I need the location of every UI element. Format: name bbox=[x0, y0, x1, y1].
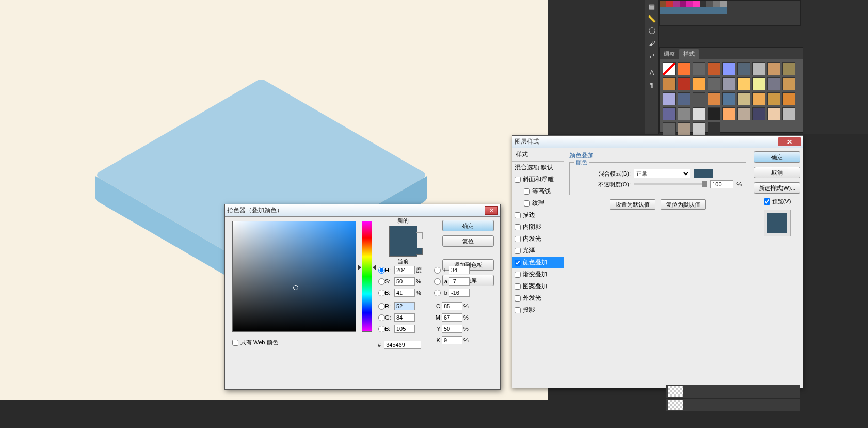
h-radio[interactable] bbox=[378, 267, 385, 274]
s-input[interactable] bbox=[394, 277, 415, 286]
effect-checkbox[interactable] bbox=[515, 248, 521, 254]
new-color-swatch[interactable] bbox=[390, 226, 417, 241]
effect-checkbox[interactable] bbox=[515, 307, 521, 313]
ok-button[interactable]: 确定 bbox=[754, 151, 800, 163]
style-preset[interactable] bbox=[767, 62, 780, 75]
s-radio[interactable] bbox=[378, 278, 385, 285]
tool-adjust-icon[interactable]: ⇄ bbox=[645, 50, 659, 62]
style-preset[interactable] bbox=[663, 107, 676, 120]
r-input[interactable] bbox=[394, 302, 415, 310]
layer-style-titlebar[interactable]: 图层样式 ✕ bbox=[512, 136, 803, 148]
layer-row[interactable] bbox=[666, 385, 800, 398]
swatch[interactable] bbox=[660, 7, 666, 14]
tool-histogram-icon[interactable]: ▤ bbox=[645, 0, 659, 12]
style-preset[interactable] bbox=[708, 62, 720, 75]
overlay-color-button[interactable] bbox=[694, 169, 713, 178]
swatch[interactable] bbox=[720, 7, 727, 14]
opacity-input[interactable] bbox=[710, 180, 733, 188]
swatch[interactable] bbox=[713, 1, 720, 7]
swatch[interactable] bbox=[686, 7, 693, 14]
b-radio[interactable] bbox=[378, 290, 385, 296]
style-preset[interactable] bbox=[737, 77, 750, 90]
swatch[interactable] bbox=[700, 7, 706, 14]
g-radio[interactable] bbox=[378, 314, 385, 321]
close-icon[interactable]: ✕ bbox=[485, 206, 498, 215]
cube-icon[interactable] bbox=[416, 232, 423, 239]
tool-brush-icon[interactable]: 🖌 bbox=[645, 37, 659, 50]
swatch[interactable] bbox=[700, 1, 706, 7]
saturation-value-box[interactable] bbox=[232, 221, 356, 332]
effect-checkbox[interactable] bbox=[515, 236, 521, 242]
style-preset[interactable] bbox=[678, 92, 690, 105]
preview-checkbox[interactable] bbox=[764, 198, 770, 205]
swatch[interactable] bbox=[660, 1, 666, 7]
a-input[interactable] bbox=[449, 277, 470, 286]
swatch[interactable] bbox=[680, 7, 686, 14]
style-preset[interactable] bbox=[678, 77, 690, 90]
out-of-gamut-warn-icon[interactable] bbox=[416, 248, 423, 255]
effect-item[interactable]: 纹理 bbox=[512, 197, 564, 209]
new-style-button[interactable]: 新建样式(W)... bbox=[754, 182, 800, 194]
style-preset[interactable] bbox=[693, 77, 705, 90]
h-input[interactable] bbox=[394, 266, 415, 274]
current-color-swatch[interactable] bbox=[390, 241, 417, 256]
tool-paragraph-icon[interactable]: ¶ bbox=[645, 78, 659, 91]
effect-item[interactable]: 内发光 bbox=[512, 233, 564, 245]
blend-options-item[interactable]: 混合选项:默认 bbox=[512, 162, 564, 173]
blue-radio[interactable] bbox=[378, 326, 385, 332]
effect-item[interactable]: 等高线 bbox=[512, 185, 564, 197]
effect-checkbox[interactable] bbox=[515, 260, 521, 266]
style-preset[interactable] bbox=[708, 92, 720, 105]
swatch[interactable] bbox=[706, 7, 713, 14]
style-preset[interactable] bbox=[737, 92, 750, 105]
hex-input[interactable] bbox=[384, 341, 421, 349]
style-preset[interactable] bbox=[722, 92, 735, 105]
style-preset[interactable] bbox=[708, 77, 720, 90]
a-radio[interactable] bbox=[434, 278, 441, 285]
effect-checkbox[interactable] bbox=[515, 295, 521, 302]
style-preset[interactable] bbox=[737, 62, 750, 75]
swatch[interactable] bbox=[686, 1, 693, 7]
preview-checkbox-row[interactable]: 预览(V) bbox=[764, 198, 791, 205]
brightness-input[interactable] bbox=[394, 289, 415, 297]
effect-checkbox[interactable] bbox=[524, 200, 530, 207]
style-preset[interactable] bbox=[767, 77, 780, 90]
effect-item[interactable]: 外发光 bbox=[512, 292, 564, 304]
tab-adjust[interactable]: 调整 bbox=[660, 49, 679, 59]
set-default-button[interactable]: 设置为默认值 bbox=[610, 199, 655, 210]
web-only-checkbox[interactable] bbox=[232, 340, 238, 346]
swatch[interactable] bbox=[666, 1, 673, 7]
close-icon[interactable]: ✕ bbox=[778, 137, 801, 146]
style-preset[interactable] bbox=[752, 107, 765, 120]
effect-checkbox[interactable] bbox=[515, 283, 521, 290]
ok-button[interactable]: 确定 bbox=[442, 220, 494, 231]
l-radio[interactable] bbox=[434, 267, 441, 274]
effect-item[interactable]: 颜色叠加 bbox=[512, 257, 564, 268]
tool-ruler-icon[interactable]: 📏 bbox=[645, 12, 659, 25]
style-preset[interactable] bbox=[678, 107, 690, 120]
effect-item[interactable]: 图案叠加 bbox=[512, 280, 564, 292]
style-preset[interactable] bbox=[752, 92, 765, 105]
effect-checkbox[interactable] bbox=[524, 188, 530, 195]
color-picker-titlebar[interactable]: 拾色器（叠加颜色） ✕ bbox=[225, 204, 500, 217]
swatch[interactable] bbox=[713, 7, 720, 14]
style-preset[interactable] bbox=[752, 62, 765, 75]
swatch[interactable] bbox=[720, 1, 727, 7]
effect-checkbox[interactable] bbox=[515, 224, 521, 230]
sv-cursor[interactable] bbox=[293, 285, 298, 290]
style-preset[interactable] bbox=[708, 107, 720, 120]
style-preset[interactable] bbox=[767, 107, 780, 120]
effect-item[interactable]: 投影 bbox=[512, 304, 564, 316]
k-input[interactable] bbox=[442, 336, 462, 344]
style-preset[interactable] bbox=[693, 62, 705, 75]
swatch[interactable] bbox=[706, 1, 713, 7]
style-preset[interactable] bbox=[663, 62, 676, 75]
c-input[interactable] bbox=[442, 302, 462, 310]
swatch[interactable] bbox=[693, 1, 700, 7]
lab-b-radio[interactable] bbox=[434, 290, 441, 296]
swatch[interactable] bbox=[673, 7, 680, 14]
style-preset[interactable] bbox=[663, 77, 676, 90]
effect-item[interactable]: 渐变叠加 bbox=[512, 268, 564, 280]
style-preset[interactable] bbox=[782, 77, 795, 90]
swatch[interactable] bbox=[680, 1, 686, 7]
